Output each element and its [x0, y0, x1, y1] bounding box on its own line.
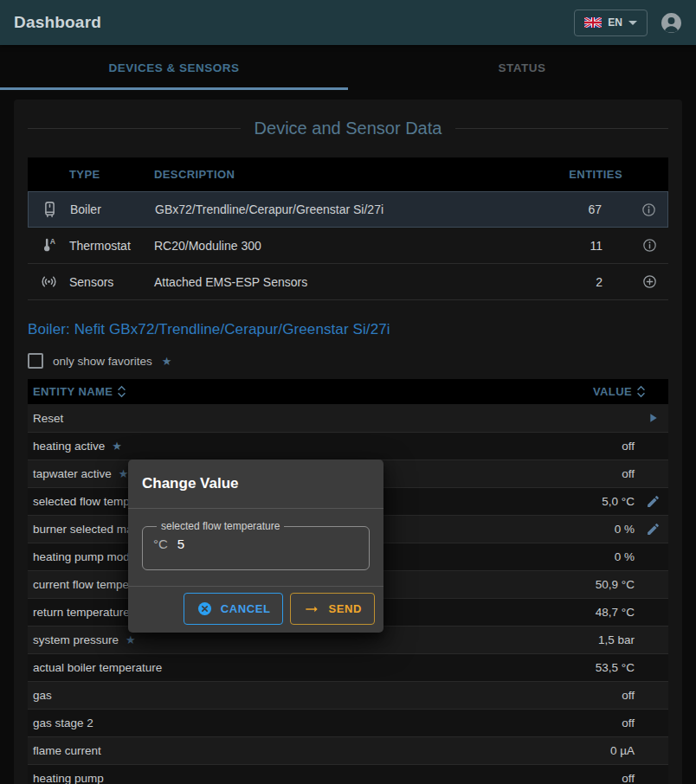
entity-name: system pressure★	[28, 633, 533, 646]
entity-value: 50,9 °C	[533, 578, 637, 591]
entity-name: Reset	[28, 412, 533, 425]
entity-value: off	[533, 467, 637, 480]
page-title: Dashboard	[14, 13, 101, 32]
uk-flag-icon	[584, 17, 602, 28]
info-icon[interactable]	[629, 202, 667, 218]
entities-table-header: ENTITY NAME VALUE	[28, 379, 668, 404]
column-description: DESCRIPTION	[154, 168, 547, 181]
entity-row: heating active★off	[28, 432, 668, 459]
device-entity-count: 11	[547, 239, 630, 253]
selected-device-title: Boiler: Nefit GBx72/Trendline/Cerapur/Gr…	[28, 321, 668, 338]
entity-value: 1,5 bar	[533, 633, 637, 646]
entity-name: gas	[28, 689, 533, 702]
entity-name: flame current	[28, 744, 533, 757]
device-description: RC20/Moduline 300	[154, 239, 547, 253]
value-input-text[interactable]: 5	[177, 537, 184, 551]
column-entity-name-sort[interactable]: ENTITY NAME	[28, 385, 533, 398]
entity-value: off	[533, 440, 637, 453]
entity-value: off	[533, 689, 637, 702]
device-row[interactable]: AThermostatRC20/Moduline 30011	[28, 228, 668, 264]
chevron-down-icon	[628, 21, 637, 25]
edit-icon[interactable]	[637, 494, 668, 509]
entity-name: heating pump	[28, 772, 533, 784]
favorite-star-icon: ★	[126, 633, 136, 646]
entity-name: gas stage 2	[28, 717, 533, 729]
device-description: GBx72/Trendline/Cerapur/Greenstar Si/27i	[155, 202, 546, 216]
active-tab-indicator	[0, 87, 348, 90]
entity-row: gasoff	[28, 681, 668, 709]
entity-value: 48,7 °C	[533, 606, 637, 619]
dialog-title: Change Value	[128, 459, 383, 508]
column-type: TYPE	[69, 168, 154, 181]
cancel-button[interactable]: CANCEL	[184, 593, 284, 625]
unit-adornment: °C	[153, 537, 168, 551]
entity-value: 0 %	[533, 523, 637, 536]
entity-row[interactable]: Reset	[28, 404, 668, 432]
column-value-sort[interactable]: VALUE	[533, 385, 668, 398]
entity-value: 5,0 °C	[533, 495, 637, 508]
device-entity-count: 67	[546, 202, 629, 216]
device-type: Sensors	[69, 275, 154, 289]
device-row[interactable]: SensorsAttached EMS-ESP Sensors2	[28, 264, 668, 300]
favorite-star-icon: ★	[112, 440, 122, 453]
play-icon[interactable]	[637, 411, 668, 425]
entity-value: 0 %	[533, 550, 637, 563]
entity-value: 53,5 °C	[533, 661, 637, 674]
devices-table-header: TYPE DESCRIPTION ENTITIES	[28, 157, 668, 191]
sort-icon	[117, 385, 126, 398]
content-card: Device and Sensor Data TYPE DESCRIPTION …	[14, 100, 682, 784]
arrow-right-icon	[303, 601, 320, 618]
sort-icon	[636, 385, 646, 398]
column-entities: ENTITIES	[547, 168, 630, 181]
tab-devices-sensors[interactable]: DEVICES & SENSORS	[0, 45, 348, 90]
language-selector[interactable]: EN	[574, 10, 648, 36]
change-value-dialog: Change Value selected flow temperature °…	[128, 459, 383, 633]
entity-value: off	[533, 772, 637, 784]
language-code: EN	[608, 16, 622, 29]
favorites-label: only show favorites	[53, 355, 152, 368]
favorites-filter[interactable]: only show favorites ★	[28, 353, 668, 369]
entity-value: off	[533, 717, 637, 729]
value-input-label: selected flow temperature	[157, 520, 284, 532]
device-entity-count: 2	[547, 275, 630, 289]
devices-table: TYPE DESCRIPTION ENTITIES BoilerGBx72/Tr…	[28, 157, 668, 300]
tab-status[interactable]: STATUS	[348, 45, 696, 90]
device-description: Attached EMS-ESP Sensors	[154, 275, 547, 289]
section-heading: Device and Sensor Data	[28, 119, 668, 138]
value-input[interactable]: selected flow temperature °C 5	[142, 520, 370, 570]
app-bar: Dashboard EN	[0, 0, 696, 45]
tab-bar: DEVICES & SENSORS STATUS	[0, 45, 696, 90]
sensors-icon	[28, 272, 69, 292]
device-type: Boiler	[70, 202, 155, 216]
entity-row: flame current0 µA	[28, 736, 668, 764]
favorites-checkbox[interactable]	[28, 353, 43, 369]
device-row[interactable]: BoilerGBx72/Trendline/Cerapur/Greenstar …	[28, 191, 668, 228]
thermostat-icon: A	[28, 235, 69, 255]
entity-name: actual boiler temperature	[28, 661, 533, 674]
favorite-star-icon: ★	[162, 355, 172, 368]
entity-row: heating pumpoff	[28, 764, 668, 784]
add-circle-icon[interactable]	[630, 273, 668, 290]
entity-row: gas stage 2off	[28, 709, 668, 736]
account-icon[interactable]	[661, 12, 682, 34]
dialog-content: selected flow temperature °C 5	[128, 508, 383, 587]
favorite-star-icon: ★	[119, 467, 129, 480]
info-icon[interactable]	[630, 237, 668, 254]
entity-name: heating active★	[28, 440, 533, 453]
edit-icon[interactable]	[637, 522, 668, 537]
entity-row: actual boiler temperature53,5 °C	[28, 653, 668, 681]
entity-value: 0 µA	[533, 744, 637, 757]
cancel-icon	[197, 601, 213, 617]
svg-text:A: A	[49, 237, 55, 246]
device-type: Thermostat	[69, 239, 154, 253]
dialog-actions: CANCEL SEND	[128, 587, 383, 633]
boiler-icon	[29, 200, 70, 220]
send-button[interactable]: SEND	[290, 593, 375, 625]
